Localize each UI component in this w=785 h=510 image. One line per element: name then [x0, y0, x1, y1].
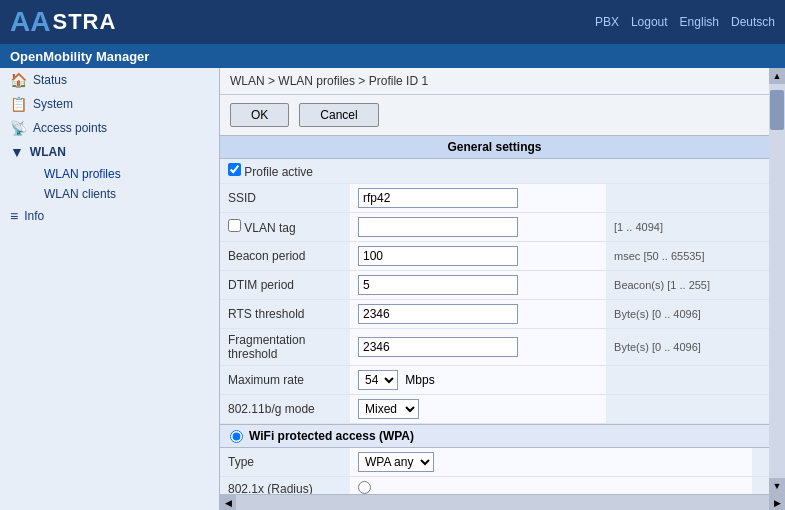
wlan-icon: ▼: [10, 144, 24, 160]
sidebar: 🏠 Status 📋 System 📡 Access points ▼ WLAN…: [0, 68, 220, 510]
cancel-button[interactable]: Cancel: [299, 103, 378, 127]
wpa-title: WiFi protected access (WPA): [249, 429, 414, 443]
rts-threshold-row: RTS threshold Byte(s) [0 .. 4096]: [220, 300, 769, 329]
rts-value-cell: [350, 300, 606, 329]
profile-active-label: Profile active: [244, 165, 313, 179]
english-link[interactable]: English: [680, 15, 719, 29]
breadcrumb-text: WLAN > WLAN profiles > Profile ID 1: [230, 74, 428, 88]
sidebar-item-system[interactable]: 📋 System: [0, 92, 219, 116]
beacon-period-input[interactable]: [358, 246, 518, 266]
vlan-hint-cell: [1 .. 4094]: [606, 213, 769, 242]
rts-threshold-input[interactable]: [358, 304, 518, 324]
frag-hint-cell: Byte(s) [0 .. 4096]: [606, 329, 769, 366]
pbx-link[interactable]: PBX: [595, 15, 619, 29]
beacon-label-cell: Beacon period: [220, 242, 350, 271]
wpa-section-header: WiFi protected access (WPA): [220, 424, 769, 448]
wpa-type-row: Type WPA anyWPAWPA2: [220, 448, 769, 477]
ssid-label-cell: SSID: [220, 184, 350, 213]
bottom-scrollbar: ◀ ▶: [220, 494, 785, 510]
frag-threshold-input[interactable]: [358, 337, 518, 357]
mode-hint-cell: [606, 395, 769, 424]
status-icon: 🏠: [10, 72, 27, 88]
mode-label-cell: 802.11b/g mode: [220, 395, 350, 424]
frag-value-cell: [350, 329, 606, 366]
rts-label-cell: RTS threshold: [220, 300, 350, 329]
vlan-value-cell: [350, 213, 606, 242]
ssid-input[interactable]: [358, 188, 518, 208]
wpa-radio[interactable]: [230, 430, 243, 443]
top-bar: AA STRA PBX Logout English Deutsch: [0, 0, 785, 44]
logo-stra: STRA: [52, 9, 116, 35]
sidebar-item-wlan[interactable]: ▼ WLAN: [0, 140, 219, 164]
sidebar-label-wlan: WLAN: [30, 145, 66, 159]
dtim-label-cell: DTIM period: [220, 271, 350, 300]
ok-button[interactable]: OK: [230, 103, 289, 127]
general-settings-table: Profile active SSID: [220, 159, 769, 424]
system-icon: 📋: [10, 96, 27, 112]
sidebar-item-wlan-clients[interactable]: WLAN clients: [36, 184, 219, 204]
nav-bar: OpenMobility Manager: [0, 44, 785, 68]
action-buttons: OK Cancel: [220, 95, 769, 135]
mode-value-cell: MixedB onlyG only: [350, 395, 606, 424]
general-settings-header: General settings: [220, 135, 769, 159]
dtim-hint-cell: Beacon(s) [1 .. 255]: [606, 271, 769, 300]
deutsch-link[interactable]: Deutsch: [731, 15, 775, 29]
main-layout: 🏠 Status 📋 System 📡 Access points ▼ WLAN…: [0, 68, 785, 510]
sidebar-label-status: Status: [33, 73, 67, 87]
radius-value-cell: [350, 477, 752, 495]
frag-label-cell: Fragmentation threshold: [220, 329, 350, 366]
dtim-value-cell: [350, 271, 606, 300]
vlan-tag-row: VLAN tag [1 .. 4094]: [220, 213, 769, 242]
profile-active-checkbox[interactable]: [228, 163, 241, 176]
ssid-value-cell: [350, 184, 606, 213]
sidebar-label-system: System: [33, 97, 73, 111]
vlan-label-cell: VLAN tag: [220, 213, 350, 242]
radius-radio[interactable]: [358, 481, 371, 494]
scroll-up-arrow[interactable]: ▲: [769, 68, 785, 84]
mode-select[interactable]: MixedB onlyG only: [358, 399, 419, 419]
sidebar-item-access-points[interactable]: 📡 Access points: [0, 116, 219, 140]
info-icon: ≡: [10, 208, 18, 224]
beacon-hint-cell: msec [50 .. 65535]: [606, 242, 769, 271]
scroll-right-arrow[interactable]: ▶: [769, 495, 785, 511]
radius-label-cell: 802.1x (Radius): [220, 477, 350, 495]
scroll-track: [236, 495, 769, 510]
logout-link[interactable]: Logout: [631, 15, 668, 29]
dtim-period-row: DTIM period Beacon(s) [1 .. 255]: [220, 271, 769, 300]
scroll-left-arrow[interactable]: ◀: [220, 495, 236, 511]
sidebar-item-status[interactable]: 🏠 Status: [0, 68, 219, 92]
logo: AA STRA: [10, 6, 116, 38]
sidebar-item-wlan-profiles[interactable]: WLAN profiles: [36, 164, 219, 184]
sidebar-label-wlan-clients: WLAN clients: [44, 187, 116, 201]
sidebar-label-wlan-profiles: WLAN profiles: [44, 167, 121, 181]
sidebar-label-access-points: Access points: [33, 121, 107, 135]
logo-aa-letters: AA: [10, 6, 50, 38]
wpa-type-select[interactable]: WPA anyWPAWPA2: [358, 452, 434, 472]
beacon-period-row: Beacon period msec [50 .. 65535]: [220, 242, 769, 271]
frag-threshold-row: Fragmentation threshold Byte(s) [0 .. 40…: [220, 329, 769, 366]
sidebar-item-info[interactable]: ≡ Info: [0, 204, 219, 228]
max-rate-select[interactable]: 54483624 18126: [358, 370, 398, 390]
vlan-tag-checkbox[interactable]: [228, 219, 241, 232]
access-points-icon: 📡: [10, 120, 27, 136]
radius-row: 802.1x (Radius): [220, 477, 769, 495]
wpa-type-label-cell: Type: [220, 448, 350, 477]
rts-hint-cell: Byte(s) [0 .. 4096]: [606, 300, 769, 329]
wpa-type-hint-cell: [752, 448, 769, 477]
top-links: PBX Logout English Deutsch: [595, 15, 775, 29]
scroll-thumb[interactable]: [770, 90, 784, 130]
wpa-type-value-cell: WPA anyWPAWPA2: [350, 448, 752, 477]
nav-title: OpenMobility Manager: [10, 49, 149, 64]
content-area: WLAN > WLAN profiles > Profile ID 1 OK C…: [220, 68, 769, 494]
vlan-tag-input[interactable]: [358, 217, 518, 237]
max-rate-label-cell: Maximum rate: [220, 366, 350, 395]
dtim-period-input[interactable]: [358, 275, 518, 295]
max-rate-hint-cell: [606, 366, 769, 395]
max-rate-row: Maximum rate 54483624 18126 Mbps: [220, 366, 769, 395]
wpa-settings-table: Type WPA anyWPAWPA2 802.1x (Radius): [220, 448, 769, 494]
profile-active-row: Profile active: [220, 159, 769, 184]
scroll-down-arrow[interactable]: ▼: [769, 478, 785, 494]
mode-row: 802.11b/g mode MixedB onlyG only: [220, 395, 769, 424]
sidebar-label-info: Info: [24, 209, 44, 223]
ssid-hint-cell: [606, 184, 769, 213]
